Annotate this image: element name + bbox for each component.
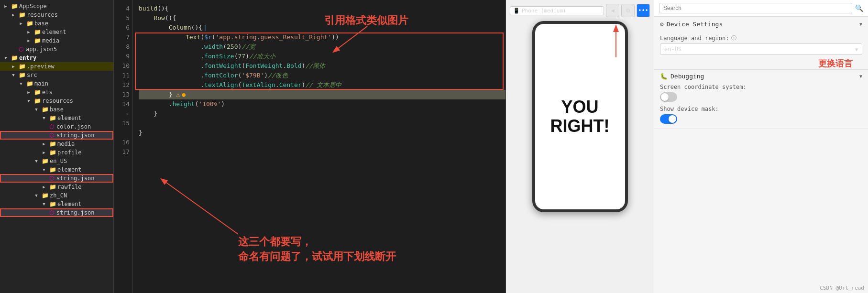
debugging-header[interactable]: 🐛 Debugging ▼ [660,73,862,80]
sidebar-item-label: src [27,72,113,78]
sidebar-item-string-json-1[interactable]: ⬡ string.json [0,131,113,140]
sidebar-item-color-json[interactable]: ⬡ color.json [0,122,113,131]
language-region-row: Language and region: ⓘ en-US ▼ [654,32,868,58]
sidebar-item-label: profile [57,149,113,156]
sidebar-item-element3[interactable]: ▼ 📁 element [0,165,113,174]
code-editor[interactable]: build() { Row() { Column() { | [133,0,505,293]
sidebar-item-zh-cn[interactable]: ▼ 📁 zh_CN [0,191,113,200]
chevron-down-icon: ▼ [2,54,10,62]
folder-icon: 📁 [49,166,56,174]
back-button[interactable]: ◀ [606,4,619,17]
sidebar-item-src[interactable]: ▼ 📁 src [0,71,113,79]
chevron-right-icon: ▶ [40,140,48,148]
chevron-right-icon: ▶ [25,37,33,44]
sidebar-item-label: zh_CN [50,192,113,199]
code-line-16: } [139,128,505,138]
show-mask-toggle[interactable] [660,114,677,124]
code-line-6: Column() { | [139,23,505,33]
sidebar-item-profile[interactable]: ▶ 📁 profile [0,148,113,157]
sidebar-item-label: media [57,141,113,147]
file-json-icon: ⬡ [48,123,55,130]
sidebar-item-string-json-2[interactable]: ⬡ string.json [0,174,113,183]
folder-icon: 📁 [26,80,33,87]
preview-toolbar: 📱 Phone (medium) ◀ ⧉ ••• [510,4,650,17]
sidebar-item-label: resources [27,11,113,18]
sidebar-item-element[interactable]: ▶ 📁 element [0,28,113,36]
sidebar-item-label: element [57,201,113,207]
sidebar-item-rawfile[interactable]: ▶ 📁 rawfile [0,183,113,191]
code-line-13: } ⚠ ● [139,90,505,99]
chevron-down-icon: ▼ [25,97,33,105]
sidebar-item-media[interactable]: ▶ 📁 media [0,36,113,45]
sidebar-item-entry[interactable]: ▼ 📁 entry [0,54,113,62]
gear-icon: ⚙ [660,21,664,28]
code-line-7: Text($r('app.string.guess_Result_Right')… [139,33,505,42]
sidebar-item-label: element [42,29,113,35]
sidebar-item-en-us[interactable]: ▼ 📁 en_US [0,157,113,165]
sidebar-item-label: rawfile [57,184,113,190]
chevron-down-icon: ▼ [10,71,17,79]
toggle-knob [661,93,669,101]
chevron-down-icon: ▼ [855,47,858,52]
file-json-icon: ⬡ [17,45,25,53]
sidebar-item-ets[interactable]: ▶ 📁 ets [0,88,113,97]
sidebar-item-resources2[interactable]: ▼ 📁 resources [0,97,113,105]
code-line-10: .fontWeight(FontWeight.Bold)//黑体 [139,61,505,71]
sidebar-item-label: media [42,37,113,44]
chevron-right-icon: ▶ [10,63,17,70]
sidebar-item-label: AppScope [19,3,113,10]
more-button[interactable]: ••• [637,4,650,17]
sidebar-item-label: string.json [56,209,113,216]
sidebar-item-label: entry [19,54,113,61]
chevron-down-icon: ▼ [33,157,40,165]
folder-icon: 📁 [33,88,41,96]
sidebar-item-resources[interactable]: ▶ 📁 resources [0,11,113,19]
search-input[interactable] [659,3,852,13]
sidebar-item-appscope[interactable]: ▶ 📁 AppScope [0,2,113,11]
code-line-9: .fontSize(77)//改大小 [139,52,505,61]
file-tree: ▶ 📁 AppScope ▶ 📁 resources ▶ 📁 base ▶ 📁 … [0,0,114,293]
language-select[interactable]: en-US ▼ [660,43,862,55]
chevron-right-icon: ▶ [40,149,48,156]
sidebar-item-label: main [34,80,113,87]
preview-panel: 📱 Phone (medium) ◀ ⧉ ••• YOU RIGHT! [506,0,654,293]
folder-icon: 📁 [18,71,26,79]
folder-icon: 📁 [41,192,49,199]
chevron-down-icon: ▼ [33,106,40,113]
device-select[interactable]: 📱 Phone (medium) [510,6,604,15]
sidebar-item-label: string.json [56,132,113,139]
phone-display-text: YOU RIGHT! [550,98,610,135]
debugging-section: 🐛 Debugging ▼ Screen coordinate system: … [654,70,868,129]
sidebar-item-base[interactable]: ▶ 📁 base [0,19,113,28]
screen-coord-toggle[interactable] [660,92,677,102]
sidebar-item-string-json-3[interactable]: ⬡ string.json [0,208,113,217]
folder-icon: 📁 [18,63,26,70]
sidebar-item-media2[interactable]: ▶ 📁 media [0,140,113,148]
sidebar-item-element2[interactable]: ▼ 📁 element [0,114,113,122]
rotate-button[interactable]: ⧉ [621,4,635,17]
chevron-right-icon: ▶ [17,20,25,27]
sidebar-item-label: element [57,115,113,121]
sidebar-item-main[interactable]: ▼ 📁 main [0,79,113,88]
sidebar-item-label: base [34,20,113,27]
sidebar-item-preview[interactable]: ▶ 📁 .preview [0,62,113,71]
folder-icon: 📁 [49,200,56,208]
chevron-right-icon: ▶ [25,88,33,96]
sidebar-item-element4[interactable]: ▼ 📁 element [0,200,113,208]
folder-icon: 📁 [11,2,18,10]
file-json-icon: ⬡ [48,174,55,182]
chevron-right-icon: ▶ [40,183,48,191]
sidebar-item-base2[interactable]: ▼ 📁 base [0,105,113,114]
info-icon: ⓘ [731,34,736,42]
chevron-down-icon: ▼ [859,22,862,27]
chevron-down-icon: ▶ [2,2,10,10]
file-json-icon: ⬡ [48,131,55,139]
settings-panel: 🔍 ⚙ Device Settings ▼ Language and regio… [654,0,868,293]
device-settings-header[interactable]: ⚙ Device Settings ▼ [654,17,868,32]
code-line-4: build() { [139,4,505,13]
device-settings-section: ⚙ Device Settings ▼ Language and region:… [654,17,868,70]
annotation-change-lang: 更换语言 [660,58,862,69]
sidebar-item-app-json5[interactable]: ⬡ app.json5 [0,45,113,54]
bug-icon: 🐛 [660,73,668,80]
folder-icon: 📁 [41,157,49,165]
